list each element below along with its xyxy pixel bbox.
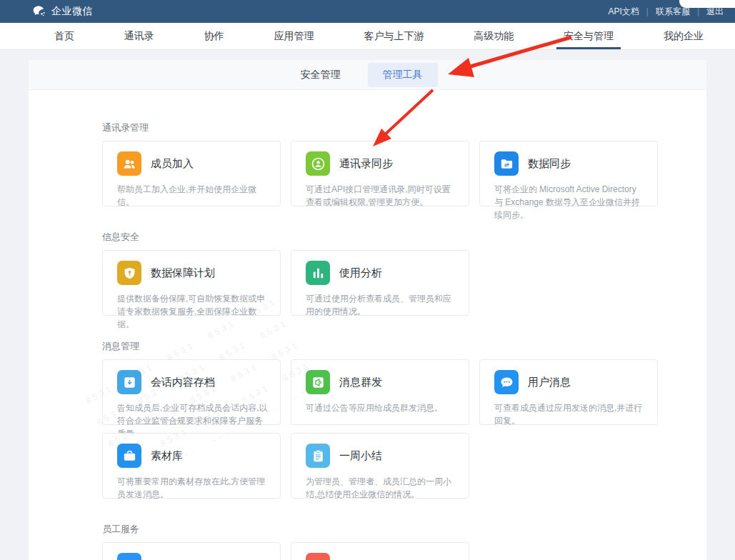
members-icon: [117, 151, 141, 176]
bar-chart-icon: [306, 261, 330, 285]
topbar-link[interactable]: API文档: [606, 6, 640, 18]
feature-card-消息群发[interactable]: 消息群发 可通过公告等应用给成员群发消息。: [291, 359, 469, 425]
tab-管理工具[interactable]: 管理工具: [368, 63, 438, 87]
card-header: 使用分析: [306, 261, 461, 285]
card-description: 可查看成员通过应用发送的消息,并进行回复。: [494, 401, 650, 427]
card-grid: 数据保障计划 提供数据备份保障,可自助恢复数据或申请专家数据恢复服务,全面保障企…: [102, 250, 661, 316]
folder-sync-icon: [494, 151, 519, 176]
feature-card-使用分析[interactable]: 使用分析 可通过使用分析查看成员、管理员和应用的使用情况。: [291, 250, 469, 316]
nav-item-协作[interactable]: 协作: [200, 23, 229, 49]
section-通讯录管理: 通讯录管理 成员加入 帮助员工加入企业,并开始使用企业微信。 通讯录同步 可通过…: [102, 121, 706, 206]
card-title: 消息群发: [339, 376, 382, 389]
card-description: 可通过使用分析查看成员、管理员和应用的使用情况。: [306, 292, 461, 318]
section-员工服务: 员工服务 员工服务 奖励: [102, 523, 706, 560]
card-grid: 会话内容存档 告知成员后,企业可存档成员会话内容,以符合企业监管合规要求和保障客…: [102, 359, 661, 499]
card-description: 可通过API接口管理通讯录,同时可设置查看或编辑权限,管理更加方便。: [306, 183, 461, 209]
clipboard-icon: [306, 444, 330, 468]
card-description: 可将企业的 Microsoft Active Directory 与 Excha…: [494, 183, 650, 222]
section-title: 员工服务: [102, 523, 706, 535]
card-header: 成员加入: [117, 151, 273, 176]
feature-card-会话内容存档[interactable]: 会话内容存档 告知成员后,企业可存档成员会话内容,以符合企业监管合规要求和保障客…: [102, 359, 281, 425]
card-title: 一周小结: [339, 449, 382, 463]
wecom-logo-icon: [32, 4, 46, 19]
app-title: 企业微信: [51, 5, 93, 18]
content-area: 通讯录管理 成员加入 帮助员工加入企业,并开始使用企业微信。 通讯录同步 可通过…: [29, 90, 706, 560]
card-header: 用户消息: [494, 370, 650, 394]
tab-安全管理[interactable]: 安全管理: [298, 63, 344, 87]
nav-item-安全与管理[interactable]: 安全与管理: [559, 23, 618, 49]
card-description: 提供数据备份保障,可自助恢复数据或申请专家数据恢复服务,全面保障企业数据。: [117, 292, 273, 331]
card-header: 数据同步: [494, 151, 650, 176]
feature-card-奖励[interactable]: 奖励: [291, 542, 469, 560]
separator: |: [697, 6, 699, 16]
tabstrip: 安全管理管理工具: [29, 60, 706, 90]
card-header: 一周小结: [306, 444, 461, 468]
nav-item-应用管理[interactable]: 应用管理: [270, 23, 319, 49]
feature-card-通讯录同步[interactable]: 通讯录同步 可通过API接口管理通讯录,同时可设置查看或编辑权限,管理更加方便。: [291, 141, 469, 206]
feature-card-员工服务[interactable]: 员工服务: [102, 542, 281, 560]
main-nav: 首页通讯录协作应用管理客户与上下游高级功能安全与管理我的企业: [0, 23, 735, 50]
feature-card-数据保障计划[interactable]: 数据保障计划 提供数据备份保障,可自助恢复数据或申请专家数据恢复服务,全面保障企…: [102, 250, 281, 316]
card-header: 数据保障计划: [117, 261, 273, 285]
section-title: 信息安全: [102, 231, 706, 243]
nav-item-通讯录[interactable]: 通讯录: [120, 23, 159, 49]
feature-card-用户消息[interactable]: 用户消息 可查看成员通过应用发送的消息,并进行回复。: [479, 359, 658, 425]
briefcase-icon: [117, 444, 141, 468]
topbar: 企业微信 API文档|联系客服|退出: [0, 0, 735, 23]
card-header: 奖励: [306, 553, 461, 560]
card-title: 成员加入: [151, 157, 194, 171]
card-header: 通讯录同步: [306, 151, 461, 176]
section-信息安全: 信息安全 数据保障计划 提供数据备份保障,可自助恢复数据或申请专家数据恢复服务,…: [102, 231, 706, 316]
section-title: 消息管理: [102, 340, 706, 352]
feature-card-数据同步[interactable]: 数据同步 可将企业的 Microsoft Active Directory 与 …: [479, 141, 658, 206]
chat-bubble-icon: [494, 370, 519, 394]
nav-item-我的企业[interactable]: 我的企业: [659, 23, 708, 49]
broadcast-icon: [306, 370, 330, 394]
card-description: 为管理员、管理者、成员汇总的一周小结,总结使用企业微信的情况。: [306, 475, 461, 501]
card-title: 数据保障计划: [151, 266, 215, 280]
corner-notch: [679, 0, 735, 8]
feature-card-素材库[interactable]: 素材库 可将重要常用的素材存放在此,方便管理员发送消息。: [102, 433, 281, 499]
card-header: 会话内容存档: [117, 370, 273, 394]
card-title: 通讯录同步: [339, 157, 393, 171]
nav-item-首页[interactable]: 首页: [50, 23, 79, 49]
card-header: 素材库: [117, 444, 273, 468]
card-title: 会话内容存档: [151, 376, 215, 389]
contact-sync-icon: [306, 151, 330, 176]
nav-item-客户与上下游[interactable]: 客户与上下游: [359, 23, 428, 49]
feature-card-一周小结[interactable]: 一周小结 为管理员、管理者、成员汇总的一周小结,总结使用企业微信的情况。: [291, 433, 469, 499]
nav-item-高级功能[interactable]: 高级功能: [469, 23, 518, 49]
card-title: 数据同步: [528, 157, 571, 171]
shield-icon: [117, 261, 141, 285]
separator: |: [646, 6, 649, 16]
card-title: 素材库: [151, 449, 183, 463]
feature-card-成员加入[interactable]: 成员加入 帮助员工加入企业,并开始使用企业微信。: [102, 141, 281, 206]
card-grid: 成员加入 帮助员工加入企业,并开始使用企业微信。 通讯录同步 可通过API接口管…: [102, 141, 661, 206]
app-logo[interactable]: 企业微信: [32, 4, 93, 19]
section-消息管理: 消息管理 会话内容存档 告知成员后,企业可存档成员会话内容,以符合企业监管合规要…: [102, 340, 706, 499]
archive-icon: [117, 370, 141, 394]
card-header: 消息群发: [306, 370, 461, 394]
card-header: 员工服务: [117, 553, 273, 560]
card-title: 使用分析: [339, 266, 382, 280]
reward-icon: [306, 553, 330, 560]
card-grid: 员工服务 奖励: [102, 542, 661, 560]
card-title: 用户消息: [528, 376, 571, 389]
card-description: 帮助员工加入企业,并开始使用企业微信。: [117, 183, 273, 209]
card-description: 可将重要常用的素材存放在此,方便管理员发送消息。: [117, 475, 273, 501]
card-description: 可通过公告等应用给成员群发消息。: [306, 401, 461, 414]
page-panel: 安全管理管理工具 通讯录管理 成员加入 帮助员工加入企业,并开始使用企业微信。 …: [29, 60, 706, 560]
section-title: 通讯录管理: [102, 121, 706, 134]
headset-icon: [117, 553, 141, 560]
